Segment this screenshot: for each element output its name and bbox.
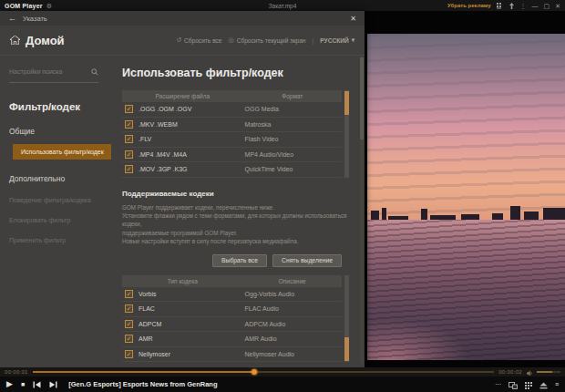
- total-duration: 00:00:02: [498, 369, 522, 375]
- checkbox[interactable]: ✓: [125, 350, 133, 358]
- volume-slider[interactable]: [537, 371, 560, 373]
- seek-slider[interactable]: [33, 371, 494, 373]
- now-playing-title: [Gen.G Esports] Esports News from GenRan…: [68, 380, 217, 388]
- seekbar-row: 00:00:01 00:00:02: [0, 367, 565, 377]
- codecs-table-scrollbar[interactable]: [344, 275, 349, 363]
- update-icon[interactable]: [508, 3, 515, 9]
- back-arrow-icon[interactable]: ←: [8, 14, 16, 23]
- sidebar-item-use-filter-codec[interactable]: Использовать фильтр/кодек: [13, 144, 111, 160]
- reset-current-icon: ◎: [229, 36, 234, 44]
- table-row[interactable]: ✓ .MOV .3GP .K3G QuickTime Video: [122, 162, 342, 178]
- table-row[interactable]: ✓ Nellymoser Nellymoser Audio: [122, 347, 342, 363]
- settings-dialog: ← Указать ✕ Домой ↺ Сбросить все ◎ Сброс…: [0, 11, 365, 367]
- city-skyline: [367, 200, 565, 220]
- table-row[interactable]: ✓ .OGG .OGM .OGV OGG Media: [122, 102, 342, 118]
- scrollbar-thumb[interactable]: [344, 337, 349, 361]
- dialog-close-icon[interactable]: ✕: [350, 15, 356, 23]
- supported-codecs-heading: Поддерживаемые кодеки: [122, 190, 349, 198]
- scrollbar-thumb[interactable]: [360, 57, 364, 139]
- deselect-button[interactable]: Снять выделение: [272, 254, 342, 267]
- sidebar-section-title: Фильтр/кодек: [9, 101, 109, 112]
- checkbox[interactable]: ✓: [125, 165, 133, 173]
- next-button[interactable]: [49, 381, 57, 388]
- format-name: MP4 Audio/Video: [242, 151, 341, 158]
- playlist-grid-icon[interactable]: [525, 377, 532, 392]
- back-label[interactable]: Указать: [23, 15, 47, 23]
- codec-type: ADPCM: [139, 321, 242, 327]
- checkbox[interactable]: ✓: [125, 304, 133, 313]
- settings-main-panel: Использовать фильтр/кодек Расширение фай…: [109, 56, 365, 367]
- codec-description: Nellymoser Audio: [242, 351, 341, 357]
- close-button[interactable]: ✕: [555, 3, 560, 9]
- language-dropdown[interactable]: РУССКИЙ ▾: [320, 36, 354, 44]
- open-file-eject-icon[interactable]: [539, 377, 548, 392]
- formats-table-header: Расширение файла Формат: [122, 90, 342, 102]
- play-button[interactable]: ▶: [6, 380, 13, 388]
- app-logo: GOM Player: [5, 3, 43, 9]
- video-frame: [367, 34, 565, 360]
- format-name: Flash Video: [242, 136, 341, 142]
- format-name: QuickTime Video: [242, 166, 341, 172]
- checkbox[interactable]: ✓: [125, 105, 133, 113]
- settings-search[interactable]: [9, 63, 98, 83]
- formats-table-scrollbar[interactable]: [344, 90, 349, 178]
- seek-thumb[interactable]: [252, 369, 257, 375]
- apps-grid-icon[interactable]: [497, 3, 503, 9]
- search-icon: [91, 63, 98, 79]
- table-row[interactable]: ✓ Vorbis Ogg-Vorbis Audio: [122, 287, 342, 303]
- settings-page-title: Использовать фильтр/кодек: [122, 67, 349, 79]
- codec-type: Vorbis: [139, 291, 242, 297]
- codec-type: FLAC: [139, 305, 242, 312]
- scrollbar-thumb[interactable]: [344, 91, 349, 115]
- control-panel-menu-icon[interactable]: ≡: [555, 380, 559, 388]
- codec-description: FLAC Audio: [242, 305, 341, 312]
- codec-description: Ogg-Vorbis Audio: [242, 291, 341, 297]
- format-name: Matroska: [242, 121, 341, 128]
- supported-codecs-description: GOM Player поддерживает кодеки, перечисл…: [122, 203, 349, 246]
- table-row[interactable]: ✓ ADPCM ADPCM Audio: [122, 317, 342, 333]
- table-row[interactable]: ✓ FLAC FLAC Audio: [122, 302, 342, 317]
- chevron-down-icon: ▾: [352, 36, 354, 44]
- codec-description: AMR Audio: [242, 335, 341, 342]
- select-all-button[interactable]: Выбрать все: [212, 254, 267, 267]
- remove-ads-link[interactable]: Убрать рекламу: [447, 3, 491, 8]
- checkbox[interactable]: ✓: [125, 290, 133, 298]
- table-row[interactable]: ✓ .MKV .WEBM Matroska: [122, 118, 342, 133]
- previous-button[interactable]: [33, 381, 41, 388]
- checkbox[interactable]: ✓: [125, 135, 133, 143]
- kebab-menu-icon[interactable]: ⋮: [520, 3, 527, 9]
- sidebar-item-filter-behavior[interactable]: Поведение фильтра/кодека: [9, 197, 109, 203]
- control-bar: ▶ ■ [Gen.G Esports] Esports News from Ge…: [0, 377, 565, 392]
- window-titlebar: GOM Player ⚙ Закат.mp4 Убрать рекламу ⋮ …: [0, 0, 565, 11]
- minimize-button[interactable]: —: [532, 3, 539, 9]
- codec-description: ADPCM Audio: [242, 321, 341, 327]
- table-row[interactable]: ✓ .FLV Flash Video: [122, 132, 342, 148]
- header-divider: |: [313, 37, 314, 44]
- codecs-table-header: Тип кодека Описание: [122, 275, 342, 287]
- panel-scrollbar[interactable]: [360, 57, 364, 364]
- file-extension: .MKV .WEBM: [139, 121, 242, 128]
- sidebar-item-block-filter[interactable]: Блокировать фильтр: [9, 217, 109, 223]
- screen-capture-icon[interactable]: [508, 377, 518, 392]
- gear-icon[interactable]: ⚙: [46, 3, 52, 9]
- checkbox[interactable]: ✓: [125, 120, 133, 129]
- sunset-sky: [367, 34, 565, 220]
- more-options-icon[interactable]: ⋯: [495, 380, 501, 388]
- checkbox[interactable]: ✓: [125, 320, 133, 328]
- elapsed-time: 00:00:01: [5, 369, 28, 375]
- stop-button[interactable]: ■: [21, 380, 25, 388]
- reset-all-button[interactable]: ↺ Сбросить все: [176, 36, 221, 44]
- table-row[interactable]: ✓ .MP4 .M4V .M4A MP4 Audio/Video: [122, 148, 342, 163]
- sidebar-item-apply-filter[interactable]: Применить фильтр: [9, 237, 109, 243]
- checkbox[interactable]: ✓: [125, 150, 133, 159]
- codecs-table: Тип кодека Описание ✓ Vorbis Ogg-Vorbis …: [122, 275, 349, 363]
- sidebar-group-advanced: Дополнительно: [9, 174, 109, 183]
- video-area: [365, 11, 565, 367]
- codec-type: Nellymoser: [139, 351, 242, 357]
- reset-all-icon: ↺: [176, 36, 181, 44]
- table-row[interactable]: ✓ AMR AMR Audio: [122, 332, 342, 347]
- maximize-button[interactable]: ▢: [544, 3, 550, 9]
- search-input[interactable]: [9, 68, 91, 75]
- reset-current-button[interactable]: ◎ Сбросить текущий экран: [229, 36, 306, 44]
- checkbox[interactable]: ✓: [125, 335, 133, 343]
